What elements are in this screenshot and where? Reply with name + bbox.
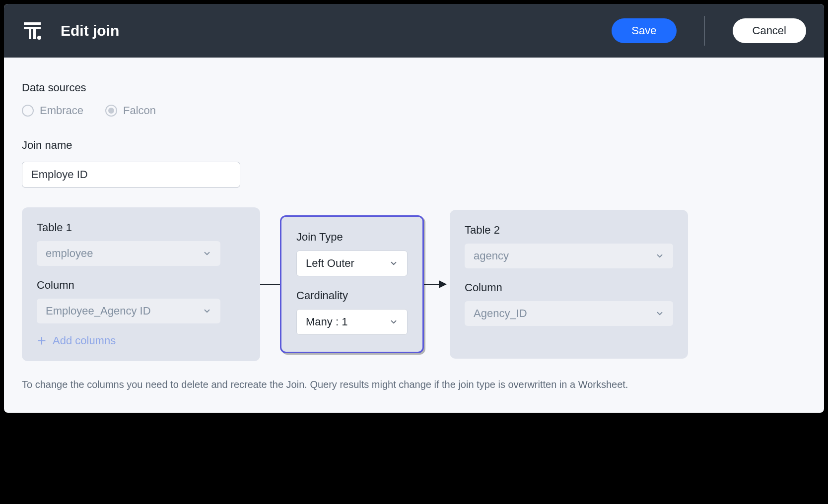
chevron-down-icon xyxy=(389,317,398,326)
table2-card: Table 2 agency Column Agency_ID xyxy=(450,210,688,359)
join-name-input[interactable] xyxy=(22,162,240,188)
radio-icon xyxy=(22,105,34,117)
table1-column-select[interactable]: Employee_Agency ID xyxy=(37,299,220,323)
table2-value: agency xyxy=(474,250,509,262)
header-divider xyxy=(704,16,705,46)
chevron-down-icon xyxy=(655,309,664,318)
save-button[interactable]: Save xyxy=(612,18,676,43)
add-columns-link[interactable]: Add columns xyxy=(37,334,245,347)
svg-point-4 xyxy=(37,36,41,40)
radio-falcon[interactable]: Falcon xyxy=(105,104,156,117)
radio-label: Embrace xyxy=(40,104,83,117)
add-columns-label: Add columns xyxy=(53,334,116,347)
chevron-down-icon xyxy=(203,249,211,258)
svg-rect-1 xyxy=(24,27,41,29)
table2-select[interactable]: agency xyxy=(465,244,673,268)
dialog-title: Edit join xyxy=(61,22,594,39)
dialog-header: Edit join Save Cancel xyxy=(4,4,824,58)
svg-rect-2 xyxy=(29,29,31,39)
table2-column-select[interactable]: Agency_ID xyxy=(465,301,673,326)
table1-card: Table 1 employee Column Employee_Agency … xyxy=(22,207,260,361)
dialog-body: Data sources Embrace Falcon Join name Ta… xyxy=(4,58,824,404)
table1-column-value: Employee_Agency ID xyxy=(46,305,151,317)
cardinality-select[interactable]: Many : 1 xyxy=(296,309,408,335)
radio-embrace[interactable]: Embrace xyxy=(22,104,83,117)
data-sources-label: Data sources xyxy=(22,81,806,94)
chevron-down-icon xyxy=(389,259,398,268)
table1-column-label: Column xyxy=(37,279,245,292)
radio-icon xyxy=(105,105,117,117)
app-logo-icon xyxy=(22,20,43,41)
table2-title: Table 2 xyxy=(465,224,673,237)
connector-right xyxy=(424,280,450,288)
join-type-value: Left Outer xyxy=(306,257,354,270)
join-name-label: Join name xyxy=(22,139,806,152)
join-type-select[interactable]: Left Outer xyxy=(296,251,408,276)
join-type-label: Join Type xyxy=(296,231,408,244)
join-config-row: Table 1 employee Column Employee_Agency … xyxy=(22,207,806,361)
plus-icon xyxy=(37,336,47,346)
table1-value: employee xyxy=(46,247,93,260)
chevron-down-icon xyxy=(203,307,211,315)
svg-rect-3 xyxy=(33,29,36,39)
join-type-card: Join Type Left Outer Cardinality Many : … xyxy=(280,215,424,353)
table1-title: Table 1 xyxy=(37,221,245,234)
cardinality-value: Many : 1 xyxy=(306,315,347,328)
arrow-right-icon xyxy=(439,280,447,288)
table2-column-value: Agency_ID xyxy=(474,307,527,320)
connector-left xyxy=(260,284,280,285)
cardinality-label: Cardinality xyxy=(296,289,408,302)
footer-note: To change the columns you need to delete… xyxy=(22,379,806,390)
data-sources-radio-group: Embrace Falcon xyxy=(22,104,806,117)
chevron-down-icon xyxy=(655,252,664,260)
radio-label: Falcon xyxy=(123,104,156,117)
cancel-button[interactable]: Cancel xyxy=(733,18,806,43)
edit-join-dialog: Edit join Save Cancel Data sources Embra… xyxy=(4,4,824,413)
svg-rect-0 xyxy=(24,22,41,25)
table2-column-label: Column xyxy=(465,281,673,294)
table1-select[interactable]: employee xyxy=(37,241,220,266)
